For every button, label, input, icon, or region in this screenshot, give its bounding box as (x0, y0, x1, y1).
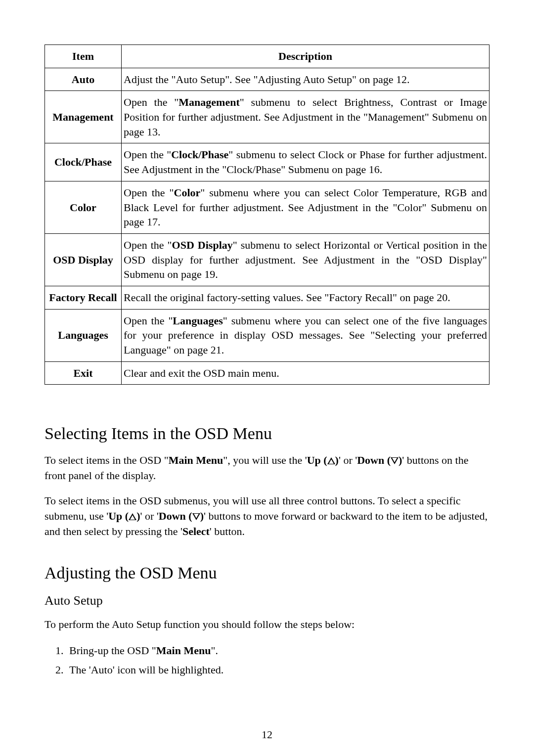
table-row: Color Open the "Color" submenu where you… (45, 181, 490, 233)
table-row: Auto Adjust the "Auto Setup". See "Adjus… (45, 68, 490, 91)
desc-cell: Open the "Color" submenu where you can s… (122, 181, 490, 233)
desc-cell: Open the "OSD Display" submenu to select… (122, 233, 490, 286)
desc-cell: Adjust the "Auto Setup". See "Adjusting … (122, 68, 490, 91)
subheading-auto-setup: Auto Setup (44, 593, 490, 608)
list-item: Bring-up the OSD "Main Menu". (66, 642, 490, 659)
heading-selecting-items: Selecting Items in the OSD Menu (44, 424, 490, 443)
table-row: Languages Open the "Languages" submenu w… (45, 309, 490, 361)
table-row: Clock/Phase Open the "Clock/Phase" subme… (45, 143, 490, 181)
paragraph: To select items in the OSD submenus, you… (44, 493, 490, 539)
desc-cell: Recall the original factory-setting valu… (122, 286, 490, 309)
page-number: 12 (0, 728, 534, 741)
triangle-down-icon (391, 457, 399, 464)
table-row: OSD Display Open the "OSD Display" subme… (45, 233, 490, 286)
list-item: The 'Auto' icon will be highlighted. (66, 662, 490, 678)
item-cell: Factory Recall (45, 286, 122, 309)
heading-adjusting-osd: Adjusting the OSD Menu (44, 564, 490, 582)
item-cell: Languages (45, 309, 122, 361)
triangle-up-icon (327, 457, 335, 464)
desc-cell: Clear and exit the OSD main menu. (122, 361, 490, 385)
table-row: Management Open the "Management" submenu… (45, 91, 490, 143)
item-cell: Exit (45, 361, 122, 385)
steps-list: Bring-up the OSD "Main Menu". The 'Auto'… (44, 642, 490, 678)
table-row: Exit Clear and exit the OSD main menu. (45, 361, 490, 385)
osd-menu-table: Item Description Auto Adjust the "Auto S… (44, 44, 490, 385)
desc-cell: Open the "Management" submenu to select … (122, 91, 490, 143)
header-item: Item (45, 45, 122, 68)
triangle-down-icon (192, 513, 200, 520)
desc-cell: Open the "Clock/Phase" submenu to select… (122, 143, 490, 181)
item-cell: Clock/Phase (45, 143, 122, 181)
triangle-up-icon (129, 513, 136, 520)
item-cell: Color (45, 181, 122, 233)
paragraph: To perform the Auto Setup function you s… (44, 617, 490, 632)
table-header-row: Item Description (45, 45, 490, 68)
item-cell: OSD Display (45, 233, 122, 286)
page: Item Description Auto Adjust the "Auto S… (0, 0, 534, 756)
table-row: Factory Recall Recall the original facto… (45, 286, 490, 309)
item-cell: Management (45, 91, 122, 143)
header-description: Description (122, 45, 490, 68)
paragraph: To select items in the OSD "Main Menu", … (44, 453, 490, 484)
item-cell: Auto (45, 68, 122, 91)
desc-cell: Open the "Languages" submenu where you c… (122, 309, 490, 361)
